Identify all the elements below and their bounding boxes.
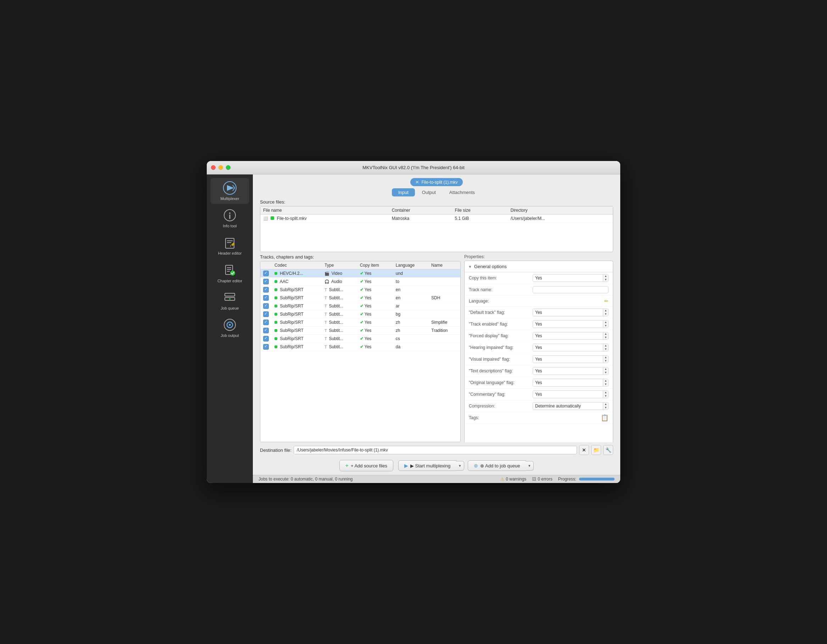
- track-copy-checkmark: ✔: [360, 328, 364, 333]
- track-row[interactable]: AAC 🎧 Audio ✔ Yes to: [260, 278, 460, 286]
- add-source-button[interactable]: + + Add source files: [339, 460, 393, 471]
- spinbox-down-5[interactable]: ▼: [603, 336, 608, 339]
- prop-spinbox-10[interactable]: Yes ▲ ▼: [533, 390, 609, 398]
- track-checkbox[interactable]: [263, 336, 269, 341]
- sidebar-item-job-output[interactable]: Job output: [210, 315, 249, 341]
- minimize-button[interactable]: [218, 165, 223, 170]
- collapse-icon[interactable]: ▼: [468, 265, 472, 269]
- start-mux-dropdown[interactable]: ▾: [456, 461, 464, 471]
- prop-spinbox-6[interactable]: Yes ▲ ▼: [533, 344, 609, 351]
- sidebar-item-info-tool[interactable]: Info tool: [210, 205, 249, 231]
- track-row[interactable]: SubRip/SRT T Subtit... ✔ Yes cs: [260, 335, 460, 343]
- spinbox-up-3[interactable]: ▲: [603, 309, 608, 312]
- property-row: Compression: Determine automatically ▲ ▼: [465, 401, 613, 412]
- track-row[interactable]: SubRip/SRT T Subtit... ✔ Yes bg: [260, 310, 460, 318]
- prop-spinbox-9[interactable]: Yes ▲ ▼: [533, 379, 609, 387]
- prop-spinbox-11[interactable]: Determine automatically ▲ ▼: [533, 402, 609, 410]
- spinbox-down-4[interactable]: ▼: [603, 324, 608, 327]
- dest-input[interactable]: [293, 446, 577, 454]
- close-button[interactable]: [211, 165, 215, 170]
- spinbox-up-8[interactable]: ▲: [603, 367, 608, 371]
- track-checkbox[interactable]: [263, 303, 269, 309]
- spinbox-up-10[interactable]: ▲: [603, 391, 608, 395]
- spinbox-up-9[interactable]: ▲: [603, 379, 608, 383]
- spinbox-down-3[interactable]: ▼: [603, 312, 608, 316]
- track-green-dot: [275, 280, 277, 283]
- track-copy-checkmark: ✔: [360, 287, 364, 292]
- maximize-button[interactable]: [226, 165, 231, 170]
- prop-spinbox-4[interactable]: Yes ▲ ▼: [533, 320, 609, 328]
- prop-spinbox-8[interactable]: Yes ▲ ▼: [533, 367, 609, 375]
- spinbox-down-7[interactable]: ▼: [603, 359, 608, 363]
- sidebar-item-job-queue[interactable]: Job queue: [210, 288, 249, 313]
- prop-spinbox-0[interactable]: Yes ▲ ▼: [533, 274, 609, 282]
- right-panel: Properties: ▼ General options Copy this …: [464, 254, 613, 442]
- spinbox-up-6[interactable]: ▲: [603, 344, 608, 348]
- prop-spinbox-3[interactable]: Yes ▲ ▼: [533, 309, 609, 317]
- spinbox-down-6[interactable]: ▼: [603, 348, 608, 351]
- spinbox-down-8[interactable]: ▼: [603, 371, 608, 374]
- source-file-row[interactable]: ⬜ File-to-split.mkv Matroska 5.1 GiB /Us…: [260, 215, 613, 223]
- track-row[interactable]: SubRip/SRT T Subtit... ✔ Yes en: [260, 286, 460, 294]
- prop-value-4: Yes: [533, 321, 603, 327]
- track-green-dot: [275, 296, 277, 299]
- track-codec: SubRip/SRT: [280, 295, 303, 300]
- track-checkbox[interactable]: [263, 295, 269, 301]
- edit-lang-icon[interactable]: ✏: [604, 298, 609, 304]
- tab-attachments[interactable]: Attachments: [443, 188, 481, 196]
- track-codec: SubRip/SRT: [280, 312, 303, 317]
- tracks-table[interactable]: Codec Type Copy item Language Name: [260, 261, 461, 442]
- spinbox-down-11[interactable]: ▼: [603, 406, 608, 410]
- svg-point-3: [229, 212, 231, 214]
- spinbox-up-5[interactable]: ▲: [603, 332, 608, 336]
- add-queue-button[interactable]: ⊕ ⊕ Add to job queue: [468, 460, 526, 471]
- sidebar-item-header-editor[interactable]: Header editor: [210, 232, 249, 259]
- track-checkbox[interactable]: [263, 279, 269, 284]
- prop-spinbox-5[interactable]: Yes ▲ ▼: [533, 332, 609, 340]
- spinbox-down-9[interactable]: ▼: [603, 383, 608, 386]
- source-files-table[interactable]: File name Container File size Directory …: [260, 206, 613, 252]
- track-checkbox[interactable]: [263, 271, 269, 276]
- track-row[interactable]: SubRip/SRT T Subtit... ✔ Yes da: [260, 343, 460, 351]
- spinbox-up-11[interactable]: ▲: [603, 402, 608, 406]
- green-dot: [271, 216, 274, 220]
- track-row[interactable]: SubRip/SRT T Subtit... ✔ Yes ar: [260, 302, 460, 310]
- source-container: Matroska: [389, 215, 452, 223]
- properties-panel: ▼ General options Copy this item: Yes ▲ …: [464, 260, 613, 442]
- tab-input[interactable]: Input: [392, 188, 415, 196]
- file-tab-close[interactable]: ✕: [415, 179, 419, 185]
- tab-output[interactable]: Output: [416, 188, 442, 196]
- add-queue-dropdown[interactable]: ▾: [526, 461, 534, 471]
- track-checkbox[interactable]: [263, 287, 269, 293]
- start-mux-button[interactable]: ▶ ▶ Start multiplexing: [398, 460, 456, 471]
- file-tab[interactable]: ✕ File-to-split (1).mkv: [410, 178, 462, 186]
- track-checkbox[interactable]: [263, 327, 269, 333]
- file-browse-icon[interactable]: 📋: [601, 414, 609, 422]
- dest-auto-btn[interactable]: 🔧: [603, 445, 613, 455]
- prop-value-container-12: 📋: [533, 414, 609, 422]
- prop-spinbox-7[interactable]: Yes ▲ ▼: [533, 356, 609, 363]
- spinbox-down-0[interactable]: ▼: [603, 278, 608, 282]
- dest-browse-btn[interactable]: 📁: [591, 445, 601, 455]
- track-row[interactable]: SubRip/SRT T Subtit... ✔ Yes en SDH: [260, 294, 460, 302]
- dest-clear-btn[interactable]: ✕: [579, 445, 589, 455]
- property-row: Track name:: [465, 284, 613, 295]
- track-checkbox[interactable]: [263, 320, 269, 325]
- spinbox-up-0[interactable]: ▲: [603, 274, 608, 278]
- sidebar-item-multiplexer[interactable]: Multiplexer: [210, 178, 249, 204]
- sidebar-item-chapter-editor[interactable]: Chapter editor: [210, 260, 249, 286]
- track-name: [428, 286, 460, 294]
- spinbox-up-7[interactable]: ▲: [603, 356, 608, 359]
- track-row[interactable]: SubRip/SRT T Subtit... ✔ Yes zh Traditio…: [260, 327, 460, 335]
- track-row[interactable]: SubRip/SRT T Subtit... ✔ Yes zh Simplifi…: [260, 318, 460, 327]
- track-checkbox[interactable]: [263, 311, 269, 317]
- main-window: MKVToolNix GUI v82.0 ('I'm The President…: [207, 161, 620, 483]
- spinbox-up-4[interactable]: ▲: [603, 321, 608, 324]
- track-checkbox[interactable]: [263, 344, 269, 350]
- prop-value-container-11: Determine automatically ▲ ▼: [533, 402, 609, 410]
- svg-point-19: [229, 324, 231, 326]
- properties-rows: Copy this item: Yes ▲ ▼ Track name: Lang…: [465, 272, 613, 424]
- track-row[interactable]: HEVC/H.2... 🎬 Video ✔ Yes und: [260, 270, 460, 278]
- prop-input-1[interactable]: [533, 286, 609, 293]
- spinbox-down-10[interactable]: ▼: [603, 395, 608, 398]
